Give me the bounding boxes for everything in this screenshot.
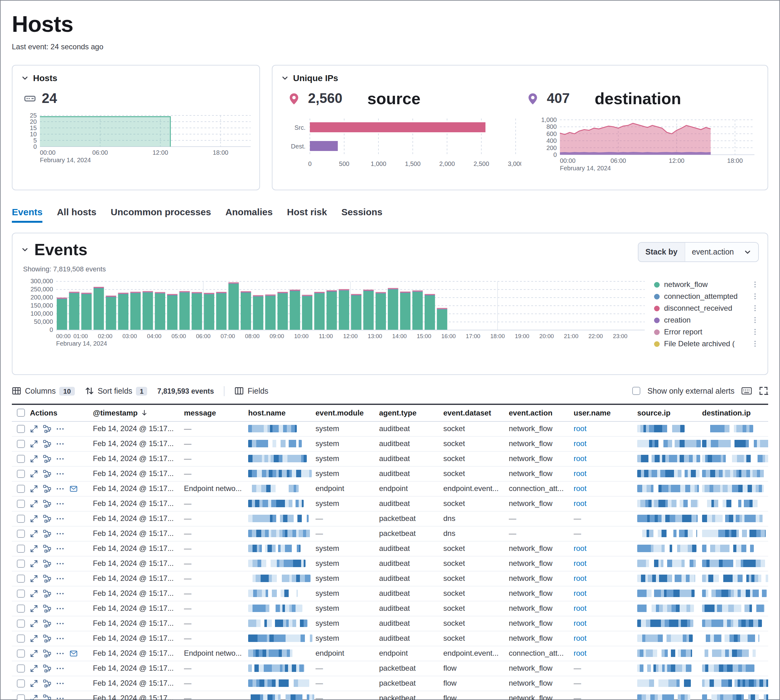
agent-type-cell[interactable]: packetbeat [379, 694, 443, 700]
external-alerts-checkbox[interactable] [632, 387, 641, 395]
col-header-event-module[interactable]: event.module [316, 408, 379, 417]
expand-event-icon[interactable] [30, 560, 38, 568]
more-actions-icon[interactable] [56, 635, 64, 643]
source-ip-cell[interactable] [637, 425, 702, 433]
tab-anomalies[interactable]: Anomalies [225, 207, 273, 223]
message-cell[interactable]: — [184, 559, 248, 568]
message-cell[interactable]: — [184, 440, 248, 448]
source-ip-cell[interactable] [637, 545, 702, 552]
event-dataset-cell[interactable]: dns [443, 514, 509, 523]
event-module-cell[interactable]: system [316, 440, 379, 448]
event-action-cell[interactable]: network_flow [509, 574, 574, 583]
event-action-cell[interactable]: network_flow [509, 679, 574, 688]
row-checkbox[interactable] [17, 485, 25, 493]
more-actions-icon[interactable] [56, 560, 64, 568]
destination-ip-cell[interactable] [702, 695, 768, 700]
legend-item-menu-icon[interactable] [751, 305, 759, 312]
expand-event-icon[interactable] [30, 425, 38, 433]
host-name-cell[interactable] [248, 545, 316, 552]
legend-item-menu-icon[interactable] [751, 340, 759, 348]
host-name-cell[interactable] [248, 605, 316, 612]
user-name-link[interactable]: root [574, 574, 586, 583]
analyze-event-icon[interactable] [43, 650, 51, 658]
event-dataset-cell[interactable]: socket [443, 499, 509, 508]
agent-type-cell[interactable]: packetbeat [379, 514, 443, 523]
event-action-cell[interactable]: network_flow [509, 544, 574, 553]
source-ip-cell[interactable] [637, 455, 702, 463]
event-dataset-cell[interactable]: socket [443, 440, 509, 448]
user-name-link[interactable]: root [574, 470, 586, 478]
destination-ip-cell[interactable] [702, 665, 768, 672]
event-module-cell[interactable]: endpoint [316, 485, 379, 493]
analyze-event-icon[interactable] [43, 440, 51, 448]
user-name-link[interactable]: root [574, 634, 586, 643]
agent-type-cell[interactable]: packetbeat [379, 664, 443, 673]
row-checkbox[interactable] [17, 590, 25, 598]
timestamp-cell[interactable]: Feb 14, 2024 @ 15:17... [93, 604, 184, 613]
event-dataset-cell[interactable]: flow [443, 694, 509, 700]
event-module-cell[interactable]: system [316, 604, 379, 613]
host-name-cell[interactable] [248, 515, 316, 523]
event-dataset-cell[interactable]: socket [443, 604, 509, 613]
chevron-down-icon[interactable] [281, 74, 289, 82]
legend-item-menu-icon[interactable] [751, 317, 759, 324]
row-checkbox[interactable] [17, 470, 25, 478]
destination-ip-cell[interactable] [702, 485, 768, 493]
analyze-event-icon[interactable] [43, 500, 51, 508]
analyze-event-icon[interactable] [43, 425, 51, 433]
user-name-link[interactable]: root [574, 559, 586, 568]
event-dataset-cell[interactable]: socket [443, 589, 509, 598]
message-cell[interactable]: — [184, 619, 248, 628]
col-header-event-action[interactable]: event.action [509, 408, 574, 417]
event-dataset-cell[interactable]: endpoint.event... [443, 649, 509, 658]
agent-type-cell[interactable]: auditbeat [379, 425, 443, 433]
agent-type-cell[interactable]: auditbeat [379, 440, 443, 448]
event-module-cell[interactable]: system [316, 619, 379, 628]
row-checkbox[interactable] [17, 425, 25, 433]
analyze-event-icon[interactable] [43, 560, 51, 568]
col-header-agent-type[interactable]: agent.type [379, 408, 443, 417]
event-dataset-cell[interactable]: socket [443, 559, 509, 568]
message-cell[interactable]: — [184, 514, 248, 523]
chevron-down-icon[interactable] [21, 246, 29, 253]
timestamp-cell[interactable]: Feb 14, 2024 @ 15:17... [93, 425, 184, 433]
expand-event-icon[interactable] [30, 590, 38, 598]
destination-ip-cell[interactable] [702, 530, 768, 537]
event-action-cell[interactable]: network_flow [509, 425, 574, 433]
message-cell[interactable]: — [184, 425, 248, 433]
more-actions-icon[interactable] [56, 590, 64, 598]
message-cell[interactable]: — [184, 604, 248, 613]
event-module-cell[interactable]: system [316, 544, 379, 553]
legend-item-file-delete-archived[interactable]: File Delete archived ( [654, 338, 759, 348]
user-name-link[interactable]: root [574, 604, 586, 613]
user-name-link[interactable]: root [574, 544, 586, 553]
event-action-cell[interactable]: network_flow [509, 619, 574, 628]
event-action-cell[interactable]: — [509, 514, 574, 523]
timestamp-cell[interactable]: Feb 14, 2024 @ 15:17... [93, 574, 184, 583]
event-action-cell[interactable]: network_flow [509, 604, 574, 613]
message-cell[interactable]: — [184, 499, 248, 508]
host-name-cell[interactable] [248, 485, 316, 493]
timestamp-cell[interactable]: Feb 14, 2024 @ 15:17... [93, 440, 184, 448]
tab-events[interactable]: Events [12, 207, 42, 223]
row-checkbox[interactable] [17, 635, 25, 643]
host-name-cell[interactable] [248, 680, 316, 687]
row-checkbox[interactable] [17, 679, 25, 688]
event-action-cell[interactable]: network_flow [509, 440, 574, 448]
row-checkbox[interactable] [17, 605, 25, 613]
destination-ip-cell[interactable] [702, 635, 768, 642]
event-module-cell[interactable]: system [316, 559, 379, 568]
more-actions-icon[interactable] [56, 665, 64, 673]
event-module-cell[interactable]: — [316, 529, 379, 538]
analyze-event-icon[interactable] [43, 605, 51, 613]
more-actions-icon[interactable] [56, 605, 64, 613]
source-ip-cell[interactable] [637, 695, 702, 700]
analyze-event-icon[interactable] [43, 530, 51, 538]
more-actions-icon[interactable] [56, 575, 64, 583]
event-module-cell[interactable]: system [316, 425, 379, 433]
more-actions-icon[interactable] [56, 530, 64, 538]
timestamp-cell[interactable]: Feb 14, 2024 @ 15:17... [93, 694, 184, 700]
host-name-cell[interactable] [248, 590, 316, 597]
source-ip-cell[interactable] [637, 485, 702, 493]
agent-type-cell[interactable]: auditbeat [379, 559, 443, 568]
